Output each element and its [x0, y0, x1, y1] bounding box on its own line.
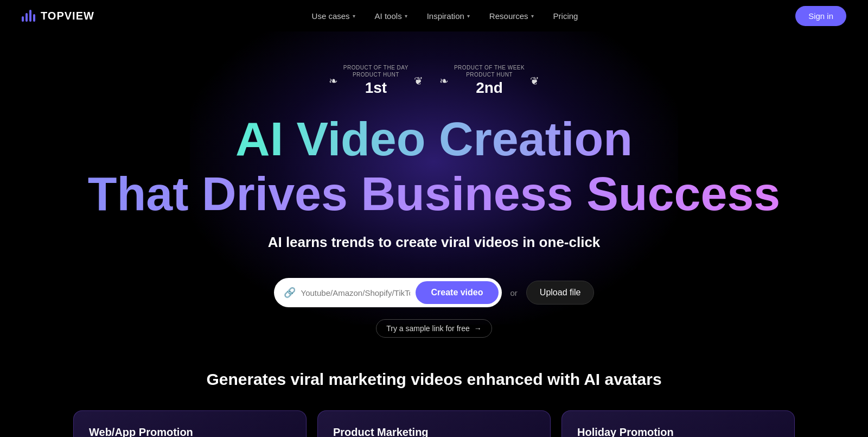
nav-resources-label: Resources [489, 11, 528, 21]
card-holiday-promotion: Holiday Promotion Black Friday/Cyber Mon… [561, 410, 795, 437]
signin-button[interactable]: Sign in [795, 6, 846, 26]
logo[interactable]: TOPVIEW [22, 10, 94, 22]
upload-file-button[interactable]: Upload file [526, 281, 595, 305]
create-video-button[interactable]: Create video [416, 281, 498, 304]
logo-text: TOPVIEW [41, 10, 94, 22]
product-hunt-badges: ❧ Product of the day PRODUCT HUNT 1st ❦ … [0, 64, 868, 98]
chevron-down-icon: ▾ [353, 13, 355, 19]
laurel-left-icon: ❧ [439, 74, 449, 87]
arrow-right-icon: → [474, 324, 482, 333]
nav-inspiration[interactable]: Inspiration ▾ [427, 9, 470, 23]
nav-ai-tools[interactable]: AI tools ▾ [375, 9, 407, 23]
card-webapp-promotion: Web/App Promotion Using AI Avatars to cr… [73, 410, 307, 437]
nav-center: Use cases ▾ AI tools ▾ Inspiration ▾ Res… [312, 9, 578, 23]
or-separator: or [510, 288, 518, 297]
nav-use-cases-label: Use cases [312, 11, 350, 21]
nav-use-cases[interactable]: Use cases ▾ [312, 9, 355, 23]
laurel-right-icon: ❦ [414, 74, 423, 87]
nav-ai-tools-label: AI tools [375, 11, 402, 21]
headline-line1: AI Video Creation [0, 114, 868, 164]
navbar: TOPVIEW Use cases ▾ AI tools ▾ Inspirati… [0, 0, 868, 31]
nav-inspiration-label: Inspiration [427, 11, 464, 21]
nav-resources[interactable]: Resources ▾ [489, 9, 534, 23]
badge-week: ❧ Product of the week PRODUCT HUNT 2nd ❦ [439, 64, 539, 98]
card-webapp-title: Web/App Promotion [89, 426, 291, 437]
chevron-down-icon: ▾ [405, 13, 407, 19]
logo-icon [22, 10, 35, 22]
card-product-title: Product Marketing [333, 426, 535, 437]
card-product-marketing: Product Marketing Boost your online sale… [317, 410, 551, 437]
card-holiday-title: Holiday Promotion [577, 426, 779, 437]
sample-link-label: Try a sample link for free [386, 324, 470, 333]
sample-link-button[interactable]: Try a sample link for free → [376, 319, 492, 338]
input-area: 🔗 Create video or Upload file [0, 278, 868, 307]
chevron-down-icon: ▾ [467, 13, 470, 19]
hero-section: ❧ Product of the day PRODUCT HUNT 1st ❦ … [0, 31, 868, 437]
cards-row: Web/App Promotion Using AI Avatars to cr… [0, 410, 868, 437]
badge-day: ❧ Product of the day PRODUCT HUNT 1st ❦ [329, 64, 423, 98]
generates-title: Generates viral marketing videos enhance… [0, 370, 868, 389]
url-input[interactable] [301, 288, 411, 297]
subheadline: AI learns trends to create viral videos … [0, 234, 868, 251]
link-icon: 🔗 [284, 287, 296, 299]
nav-pricing[interactable]: Pricing [553, 11, 578, 21]
url-input-wrapper: 🔗 Create video [274, 278, 502, 307]
chevron-down-icon: ▾ [531, 13, 534, 19]
headline-line2: That Drives Business Success [0, 169, 868, 219]
laurel-left-icon: ❧ [329, 74, 338, 87]
laurel-right-icon: ❦ [530, 74, 539, 87]
